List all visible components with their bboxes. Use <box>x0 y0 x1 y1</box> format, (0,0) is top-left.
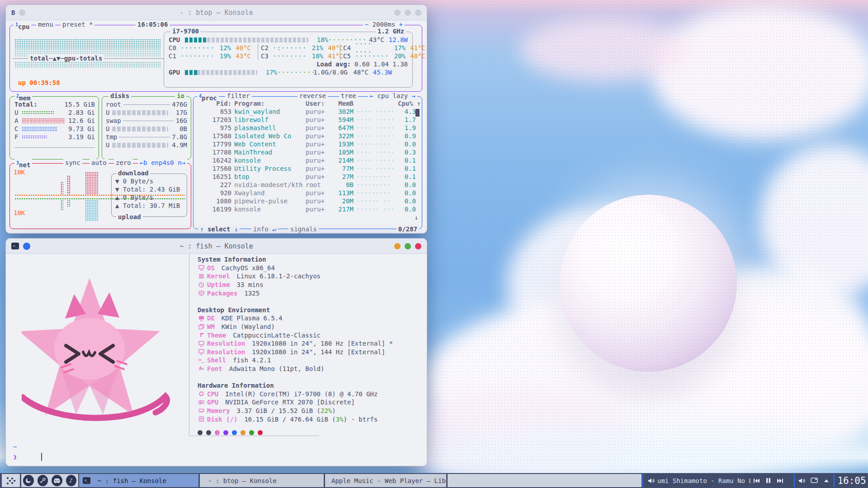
volume-icon[interactable] <box>796 475 808 487</box>
proc-row[interactable]: 17788MainThreadpuru+105M···· ·····0.3 <box>193 148 422 156</box>
mem-header[interactable]: MemB <box>332 99 354 108</box>
gpu-meter-empty <box>197 70 257 75</box>
proc-row[interactable]: 17799Web Contentpuru+193M·········0.0 <box>193 140 422 148</box>
mem-row-key: C <box>14 125 22 133</box>
proc-scrollbar[interactable] <box>415 109 420 117</box>
fish-titlebar[interactable]: >_ ~ : fish — Konsole <box>6 239 427 254</box>
net-auto-toggle[interactable]: auto <box>90 159 108 167</box>
disk-used-key: U <box>106 125 112 133</box>
core-temp: 40°C <box>406 52 425 60</box>
proc-row[interactable]: 16251btoppuru+27M·········0.1 <box>193 173 422 181</box>
disks-box-label[interactable]: disks <box>108 92 131 100</box>
user-header[interactable]: User: <box>306 99 329 108</box>
fish-terminal[interactable]: System Information OSCachyOS x86_64 Kern… <box>6 254 427 466</box>
text-cursor[interactable] <box>41 453 42 461</box>
cpu-detail-box: i7-9700 1.2 GHz CPU 18% ········· 43°C 1… <box>164 32 413 88</box>
minimize-button[interactable] <box>394 243 401 249</box>
proc-row[interactable]: 975plasmashellpuru+647M···· ·····1.9 <box>193 124 422 132</box>
btop-menu-button[interactable]: menu <box>36 21 55 28</box>
mem-row-value: 9.73 Gi <box>67 125 95 133</box>
theme-icon <box>198 332 205 338</box>
apple-music-icon[interactable]: ♪ <box>66 475 77 486</box>
disk-name: root <box>106 100 121 108</box>
btop-clock: 16:05:06 <box>136 21 170 28</box>
pin-button[interactable] <box>23 243 30 250</box>
close-button[interactable] <box>415 243 421 249</box>
close-button[interactable] <box>415 9 421 16</box>
discord-icon[interactable] <box>52 475 62 486</box>
sort-left-arrow[interactable]: ← <box>370 92 373 99</box>
btop-mem-box: 2mem Total: 15.5 GiB U 2.83 Gi A 12.6 <box>9 96 99 160</box>
taskbar-task-apple-music[interactable]: Apple Music - Web Player — Libr… <box>325 474 446 487</box>
cpu-icon <box>198 391 205 397</box>
net-zero-toggle[interactable]: zero <box>114 159 133 167</box>
net-totals-box: download upload ▼ 0 Byte/s ▼ Total: 2.43… <box>111 174 187 217</box>
clock-widget[interactable]: 16:05 <box>835 474 868 487</box>
proc-row[interactable]: 853kwin_waylandpuru+302M···· ·····4.3 <box>193 108 422 116</box>
librewolf-icon[interactable] <box>23 475 34 486</box>
display-settings-icon[interactable] <box>808 475 820 487</box>
ff-row: KernelLinux 6.18.1-2-cachyos <box>198 272 393 281</box>
proc-row[interactable]: 227nvidia-modeset/kthroot0B·········0.0 <box>193 181 422 189</box>
media-previous-button[interactable] <box>750 475 762 487</box>
ff-row: Packages1325 <box>198 289 393 297</box>
upload-label: upload <box>116 213 143 221</box>
ff-row: OSCachyOS x86_64 <box>198 264 393 272</box>
media-player-widget[interactable]: umi Shimamoto - Ramu No Lo <box>646 474 793 487</box>
scroll-down-indicator[interactable]: ↓ <box>415 213 418 221</box>
interval-minus-button[interactable]: − <box>365 21 368 28</box>
taskbar-task-btop[interactable]: - : btop — Konsole <box>200 474 324 487</box>
core-graph: ········· <box>180 52 213 60</box>
interval-plus-button[interactable]: + <box>399 21 403 28</box>
proc-row[interactable]: 1080pipewire-pulsepuru+20M······ ··0.0 <box>193 197 422 205</box>
tray-expander-icon[interactable] <box>821 475 832 487</box>
sort-right-arrow[interactable]: → <box>412 92 415 99</box>
proc-row[interactable]: 920Xwaylandpuru+113M·········0.0 <box>193 189 422 197</box>
mem-total-label: Total: <box>14 100 38 108</box>
proc-row[interactable]: 17588Isolated Web Copuru+322M···· ·····0… <box>193 132 422 140</box>
window-manager-icon <box>198 324 205 330</box>
btop-titlebar[interactable]: B - : btop — Konsole <box>6 5 427 20</box>
info-button[interactable]: info <box>253 225 269 233</box>
proc-reverse-toggle[interactable]: reverse <box>297 92 328 100</box>
proc-filter-button[interactable]: filter <box>225 92 252 100</box>
taskbar-task-fish[interactable]: >_ ~ : fish — Konsole <box>79 474 198 487</box>
proc-count: 0/287 <box>396 225 419 233</box>
panel-separator <box>834 474 835 487</box>
disk-name-row: swap16G <box>106 117 187 125</box>
select-button[interactable]: select <box>208 225 231 233</box>
program-header[interactable]: Program: <box>234 99 303 108</box>
net-box-label[interactable]: net <box>19 161 30 169</box>
cpu-box-label[interactable]: cpu <box>18 23 29 30</box>
proc-row[interactable]: 17203librewolfpuru+594M···· ·····1.7 <box>193 116 422 124</box>
maximize-button[interactable] <box>405 243 411 249</box>
pin-button[interactable] <box>19 9 25 16</box>
memory-icon <box>198 408 205 413</box>
ff-row: AaFontAdwaita Mono (11pt, Bold) <box>198 365 393 373</box>
net-interface-selector[interactable]: ←b enp4s0 n→ <box>138 159 187 167</box>
proc-row[interactable]: 16199konsolepuru+217M······ ···0.0 <box>193 205 422 213</box>
cpu-header[interactable]: Cpu% ↑ <box>398 99 416 108</box>
core-graph: ·:······· <box>273 44 305 52</box>
media-next-button[interactable] <box>774 475 786 487</box>
proc-box-label[interactable]: proc <box>202 94 217 102</box>
proc-row[interactable]: 16242konsolepuru+214M···· ·····0.1 <box>193 156 422 164</box>
maximize-button[interactable] <box>405 9 411 16</box>
net-spike <box>85 200 99 221</box>
proc-tree-toggle[interactable]: tree <box>339 92 358 100</box>
signals-button[interactable]: signals <box>288 225 319 233</box>
media-pause-button[interactable] <box>762 475 774 487</box>
cloud <box>651 5 868 140</box>
app-launcher-button[interactable] <box>2 474 20 487</box>
btop-preset-button[interactable]: preset * <box>61 21 94 28</box>
net-sync-toggle[interactable]: sync <box>63 159 82 167</box>
steam-icon[interactable] <box>38 475 48 486</box>
system-tray <box>796 474 833 487</box>
core-label: C3 <box>261 52 273 60</box>
minimize-button[interactable] <box>394 9 401 16</box>
ff-section-title: Desktop Environment <box>198 306 393 314</box>
proc-row[interactable]: 17560Utility Processpuru+77M···· ·····0.… <box>193 164 422 173</box>
disk-name: tmp <box>106 133 117 141</box>
io-mode-toggle[interactable]: io <box>175 92 186 100</box>
btop-terminal[interactable]: 1cpu menu preset * 16:05:06 − 2000ms + t… <box>6 20 427 233</box>
